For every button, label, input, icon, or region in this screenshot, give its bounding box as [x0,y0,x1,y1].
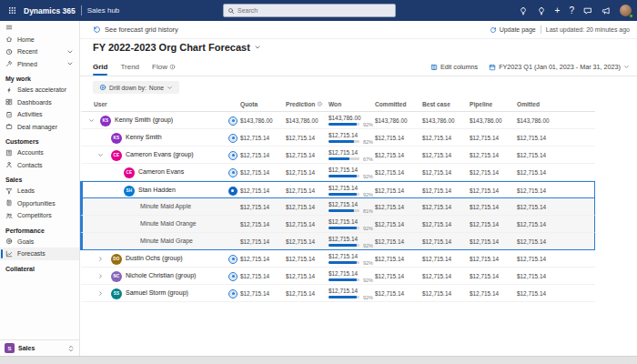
user-name[interactable]: Nichole Christian (group) [126,268,196,284]
quota-cell[interactable]: $12,715.14 [240,238,269,245]
user-name[interactable]: Samuel Storm (group) [126,285,188,301]
best-case-cell[interactable]: $12,715.14 [422,290,451,297]
global-search-box[interactable] [223,4,396,17]
table-row[interactable]: Minute Maid Grape$12,715.14$12,715.14$12… [80,233,595,250]
sidebar-item-pinned[interactable]: Pinned [0,58,79,71]
omitted-cell[interactable]: $12,715.14 [517,169,546,176]
omitted-cell[interactable]: $12,715.14 [517,290,546,297]
tab-trend[interactable]: Trend [120,63,139,76]
sidebar-item-activities[interactable]: Activities [0,108,79,121]
table-row[interactable]: CECameron Evans (group)$12,715.14$12,715… [80,147,595,164]
prediction-cell[interactable]: $12,715.14 [286,256,315,262]
simulation-icon[interactable] [228,289,238,298]
column-header-quota[interactable]: Quota [240,101,258,107]
quota-cell[interactable]: $12,715.14 [240,135,269,141]
user-name[interactable]: Dustin Ochs (group) [126,250,183,267]
sidebar-item-menu[interactable] [0,21,79,34]
prediction-cell[interactable]: $143,786.00 [286,117,318,124]
chevron-down-icon[interactable] [97,152,104,158]
pipeline-cell[interactable]: $12,715.14 [470,152,499,158]
see-forecast-grid-history-button[interactable]: See forecast grid history [93,25,178,34]
omitted-cell[interactable]: $12,715.14 [517,135,546,141]
committed-cell[interactable]: $12,715.14 [375,290,404,297]
sidebar-item-accounts[interactable]: Accounts [0,147,79,159]
column-header-pipeline[interactable]: Pipeline [470,101,492,107]
feedback-icon[interactable] [602,6,611,15]
committed-cell[interactable]: $12,715.14 [375,152,404,158]
pipeline-cell[interactable]: $12,715.14 [470,273,499,279]
omitted-cell[interactable]: $12,715.14 [517,187,546,194]
best-case-cell[interactable]: $143,786.00 [422,117,455,124]
pipeline-cell[interactable]: $12,715.14 [470,135,499,141]
prediction-cell[interactable]: $12,715.14 [286,273,315,279]
pipeline-cell[interactable]: $12,715.14 [470,169,499,176]
best-case-cell[interactable]: $12,715.14 [422,135,451,141]
simulation-icon[interactable] [228,272,238,281]
omitted-cell[interactable]: $12,715.14 [517,256,546,262]
user-name[interactable]: Minute Maid Orange [140,216,197,232]
simulation-icon[interactable] [228,168,238,177]
sidebar-item-deal-manager[interactable]: Deal manager [0,121,79,134]
quota-cell[interactable]: $12,715.14 [240,152,269,158]
user-name[interactable]: Cameron Evans [138,164,184,180]
pipeline-cell[interactable]: $12,715.14 [470,238,499,245]
table-row-selected[interactable]: SHStan Hadden$12,715.14$12,715.14$12,715… [80,181,595,198]
tab-grid[interactable]: Grid [93,63,107,76]
column-header-committed[interactable]: Committed [375,101,406,107]
omitted-cell[interactable]: $143,786.00 [517,117,550,124]
committed-cell[interactable]: $12,715.14 [375,256,404,262]
column-header-best[interactable]: Best case [422,101,450,107]
best-case-cell[interactable]: $12,715.14 [422,152,451,158]
sidebar-item-forecasts[interactable]: Forecasts [0,248,79,260]
sidebar-item-recent[interactable]: Recent [0,46,79,58]
sidebar-item-leads[interactable]: Leads [0,185,79,197]
chevron-down-icon[interactable] [254,44,261,51]
committed-cell[interactable]: $12,715.14 [375,135,404,141]
sidebar-item-sales-accelerator[interactable]: Sales accelerator [0,84,79,96]
prediction-cell[interactable]: $12,715.14 [286,187,315,194]
quota-cell[interactable]: $12,715.14 [240,169,269,176]
quota-cell[interactable]: $12,715.14 [240,290,269,297]
column-header-prediction[interactable]: Prediction [286,101,323,107]
simulation-icon[interactable] [228,255,238,264]
table-row[interactable]: CECameron Evans$12,715.14$12,715.14$12,7… [80,164,595,181]
area-switcher[interactable]: S Sales [0,339,79,356]
best-case-cell[interactable]: $12,715.14 [422,221,451,228]
user-name[interactable]: Kenny Smith (group) [115,112,173,128]
sidebar-item-dashboards[interactable]: Dashboards [0,96,79,109]
quota-cell[interactable]: $12,715.14 [240,273,269,279]
prediction-cell[interactable]: $12,715.14 [286,169,315,176]
pipeline-cell[interactable]: $12,715.14 [470,204,499,210]
simulation-icon[interactable] [228,187,238,196]
simulation-icon[interactable] [228,116,238,126]
quota-cell[interactable]: $12,715.14 [240,187,269,194]
quota-cell[interactable]: $12,715.14 [240,256,269,262]
app-name[interactable]: Sales hub [87,6,120,15]
app-launcher-waffle-icon[interactable] [0,0,24,21]
prediction-cell[interactable]: $12,715.14 [286,204,315,210]
omitted-cell[interactable]: $12,715.14 [517,152,546,158]
chevron-right-icon[interactable] [97,256,104,262]
tab-flow[interactable]: Flow [152,63,176,76]
best-case-cell[interactable]: $12,715.14 [422,256,451,262]
page-title[interactable]: FY 2022-2023 Org Chart Forecast [93,42,250,53]
chevron-down-icon[interactable] [88,117,95,124]
forecast-period-selector[interactable]: FY2023 Q1 (Jan 01, 2023 - Mar 31, 2023) [489,63,630,71]
committed-cell[interactable]: $12,715.14 [375,273,404,279]
simulation-icon[interactable] [228,134,238,143]
prediction-cell[interactable]: $12,715.14 [286,152,315,158]
omitted-cell[interactable]: $12,715.14 [517,238,546,245]
teams-chat-icon[interactable] [583,6,592,15]
table-row[interactable]: NCNichole Christian (group)$12,715.14$12… [80,268,595,285]
pipeline-cell[interactable]: $12,715.14 [470,221,499,228]
column-header-user[interactable]: User [94,101,107,107]
user-avatar[interactable] [620,5,632,16]
best-case-cell[interactable]: $12,715.14 [422,273,451,279]
sidebar-item-opportunities[interactable]: Opportunities [0,197,79,210]
quota-cell[interactable]: $143,786.00 [240,117,273,124]
committed-cell[interactable]: $12,715.14 [375,204,404,210]
quota-cell[interactable]: $12,715.14 [240,221,269,228]
chevron-right-icon[interactable] [97,273,104,279]
prediction-cell[interactable]: $12,715.14 [286,290,315,297]
user-name[interactable]: Minute Maid Apple [140,198,191,215]
